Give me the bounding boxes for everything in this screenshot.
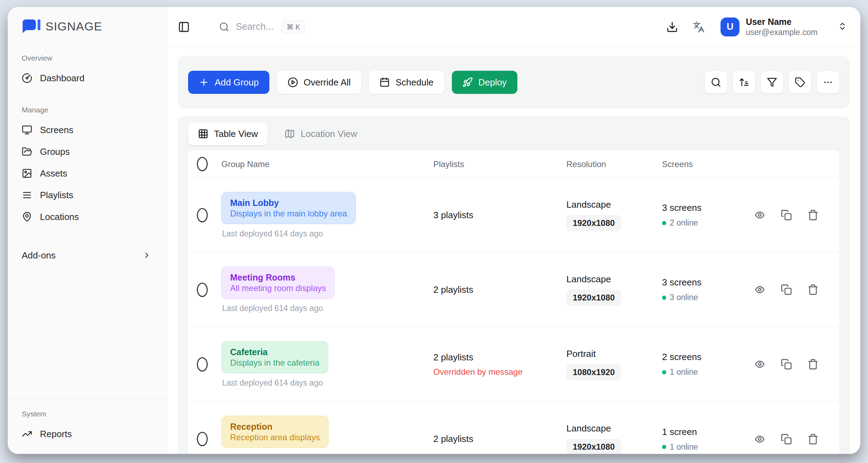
orientation-label: Portrait [566, 348, 662, 359]
search-icon [711, 77, 721, 88]
column-header-playlists: Playlists [433, 159, 566, 169]
sidebar-item-groups[interactable]: Groups [20, 141, 154, 163]
table-search-button[interactable] [705, 71, 727, 94]
calendar-icon [379, 77, 390, 88]
online-dot-icon [662, 296, 666, 300]
row-checkbox[interactable] [197, 208, 208, 222]
last-deployed-text: Last deployed 614 days ago [221, 453, 433, 454]
trash-icon [807, 434, 819, 445]
delete-button[interactable] [807, 358, 819, 370]
filter-icon [767, 77, 777, 88]
sidebar-item-label: Playlists [40, 190, 73, 201]
sidebar-toggle-button[interactable] [178, 21, 190, 33]
group-description: All meeting room displays [230, 283, 326, 293]
group-badge[interactable]: Reception Reception area displays [221, 416, 329, 448]
trending-up-icon [22, 429, 32, 439]
resolution-badge: 1080x1920 [566, 364, 621, 380]
delete-button[interactable] [807, 209, 819, 221]
eye-icon [754, 284, 765, 295]
global-search[interactable]: Search... ⌘ K [219, 20, 305, 34]
groups-table: Group Name Playlists Resolution Screens … [188, 151, 839, 454]
group-badge[interactable]: Main Lobby Displays in the main lobby ar… [221, 192, 356, 224]
topbar-actions: U User Name user@example.com [665, 16, 847, 37]
section-label: Overview [20, 54, 154, 62]
search-icon [219, 22, 229, 32]
last-deployed-text: Last deployed 614 days ago [221, 304, 433, 313]
topbar: Search... ⌘ K U User Name user@example.c… [167, 7, 860, 47]
sidebar-item-playlists[interactable]: Playlists [20, 184, 154, 206]
user-info: User Name user@example.com [746, 16, 818, 37]
sort-ascending-icon [739, 77, 749, 88]
trash-icon [807, 359, 819, 370]
group-badge[interactable]: Meeting Rooms All meeting room displays [221, 267, 335, 299]
user-menu[interactable]: U User Name user@example.com [721, 16, 847, 37]
copy-icon [781, 209, 792, 221]
select-all-checkbox[interactable] [197, 157, 208, 171]
column-header-group-name: Group Name [221, 159, 433, 169]
view-button[interactable] [754, 433, 766, 445]
more-button[interactable] [817, 71, 839, 94]
sidebar-item-label: Reports [40, 429, 72, 440]
sidebar-item-assets[interactable]: Assets [20, 163, 154, 184]
override-all-button[interactable]: Override All [277, 71, 361, 94]
resolution-badge: 1920x1080 [566, 439, 621, 454]
last-deployed-text: Last deployed 614 days ago [221, 229, 433, 239]
duplicate-button[interactable] [780, 284, 792, 296]
addons-label: Add-ons [22, 250, 56, 261]
row-checkbox[interactable] [197, 357, 208, 372]
row-checkbox[interactable] [197, 283, 208, 297]
tags-button[interactable] [789, 71, 811, 94]
resolution-badge: 1920x1080 [566, 215, 621, 231]
view-button[interactable] [754, 358, 766, 370]
tab-table-view[interactable]: Table View [188, 123, 268, 145]
table-row: Meeting Rooms All meeting room displays … [188, 253, 839, 327]
duplicate-button[interactable] [780, 209, 792, 221]
language-button[interactable] [692, 20, 706, 34]
playlists-override-note: Overridden by message [433, 367, 566, 377]
monitor-icon [22, 125, 32, 135]
delete-button[interactable] [807, 284, 819, 296]
trash-icon [807, 284, 819, 295]
sidebar-item-screens[interactable]: Screens [20, 119, 154, 141]
group-name: Cafeteria [230, 346, 319, 358]
tab-location-view[interactable]: Location View [275, 123, 367, 145]
group-name: Reception [230, 421, 320, 432]
view-button[interactable] [754, 209, 766, 221]
duplicate-button[interactable] [780, 433, 792, 445]
sidebar-item-reports[interactable]: Reports [20, 423, 154, 445]
delete-button[interactable] [807, 433, 819, 445]
view-tabs: Table View Location View [188, 123, 839, 145]
resolution-badge: 1920x1080 [566, 290, 621, 306]
group-name: Meeting Rooms [230, 272, 326, 283]
filter-button[interactable] [761, 71, 783, 94]
groups-panel: Table View Location View Group Name Play… [178, 116, 850, 454]
override-all-label: Override All [304, 77, 351, 88]
download-button[interactable] [665, 20, 679, 34]
trash-icon [807, 209, 819, 221]
column-header-screens: Screens [662, 159, 750, 169]
toolbar-icon-buttons [705, 71, 839, 94]
sidebar-section-system: System Reports [8, 399, 167, 454]
user-name: User Name [746, 16, 818, 27]
group-description: Displays in the cafeteria [230, 358, 319, 368]
group-description: Reception area displays [230, 432, 320, 443]
row-checkbox[interactable] [197, 432, 208, 446]
sort-button[interactable] [733, 71, 755, 94]
deploy-button[interactable]: Deploy [452, 71, 517, 94]
group-badge[interactable]: Cafeteria Displays in the cafeteria [221, 341, 328, 373]
view-button[interactable] [754, 284, 766, 296]
online-status: 1 online [662, 442, 750, 452]
ellipsis-icon [823, 77, 833, 88]
add-group-button[interactable]: Add Group [188, 71, 269, 94]
tab-label: Location View [301, 129, 357, 139]
gauge-icon [22, 73, 32, 83]
duplicate-button[interactable] [780, 358, 792, 370]
download-icon [666, 21, 678, 33]
sidebar-item-dashboard[interactable]: Dashboard [20, 67, 154, 89]
sidebar-item-locations[interactable]: Locations [20, 206, 154, 228]
online-dot-icon [662, 221, 666, 225]
sidebar-item-addons[interactable]: Add-ons [20, 244, 154, 266]
sidebar: SIGNAGE Overview Dashboard Manage Screen… [8, 7, 167, 454]
orientation-label: Landscape [566, 423, 662, 434]
schedule-button[interactable]: Schedule [369, 71, 444, 94]
